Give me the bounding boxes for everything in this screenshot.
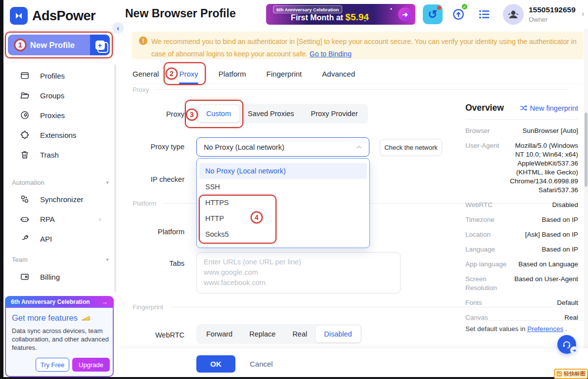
- annotation-step-4: 4: [251, 211, 263, 223]
- tab-advanced[interactable]: Advanced: [322, 64, 355, 84]
- support-arrow-icon[interactable]: ➜: [570, 346, 578, 354]
- sidebar-section-team[interactable]: Team ▾: [12, 256, 109, 263]
- automation-menu: Synchronizer RPA › API: [0, 189, 115, 249]
- list-menu-icon[interactable]: [474, 4, 494, 24]
- sidebar-item-label: Groups: [40, 91, 64, 100]
- sidebar-scrollbar[interactable]: [114, 64, 116, 293]
- banner-arrow-icon[interactable]: ➜: [398, 7, 412, 21]
- sidebar-item-synchronizer[interactable]: Synchronizer: [0, 189, 115, 209]
- tab-platform[interactable]: Platform: [219, 64, 246, 84]
- image-icon: [556, 371, 562, 377]
- dropdown-option-no-proxy[interactable]: No Proxy (Local network): [199, 163, 367, 179]
- cheese-emoji-icon: [81, 314, 90, 322]
- page-scrollbar-thumb[interactable]: [585, 113, 588, 187]
- annotation-step-1: 1: [14, 39, 26, 51]
- account-chevron-icon[interactable]: ›: [582, 9, 585, 19]
- webrtc-field-label: WebRTC: [134, 331, 184, 339]
- puzzle-icon: [20, 130, 30, 140]
- section-title: Platform: [133, 200, 156, 207]
- section-label: Team: [12, 256, 28, 263]
- sidebar-item-profiles[interactable]: Profiles: [0, 66, 115, 85]
- sidebar-item-label: Profiles: [40, 72, 65, 80]
- window-edge-bottom: [0, 377, 588, 379]
- account-id: 15505192659: [529, 5, 576, 14]
- section-title: Proxy: [133, 86, 149, 93]
- security-notice: ! We recommend you to bind an authentica…: [132, 32, 584, 59]
- proxy-type-dropdown: No Proxy (Local network) SSH HTTPS HTTP …: [196, 158, 370, 248]
- sidebar-item-extensions[interactable]: Extensions: [0, 125, 115, 145]
- sidebar-section-automation[interactable]: Automation ▾: [12, 179, 109, 186]
- proxy-type-label: Proxy type: [134, 143, 184, 151]
- proxy-type-select[interactable]: No Proxy (Local network): [196, 137, 369, 157]
- ip-checker-label: IP checker: [134, 175, 184, 183]
- proxy-mode-custom[interactable]: Custom: [198, 105, 239, 122]
- overview-row: FontsDefault: [465, 298, 578, 307]
- promo-body: Data sync across devices, team collabora…: [12, 327, 110, 352]
- webrtc-replace[interactable]: Replace: [241, 326, 284, 342]
- sidebar-item-trash[interactable]: Trash: [0, 145, 115, 165]
- sidebar-item-label: Extensions: [40, 131, 76, 139]
- tab-proxy[interactable]: Proxy: [179, 64, 198, 84]
- proxy-mode-saved[interactable]: Saved Proxies: [239, 105, 303, 122]
- page-scrollbar-track[interactable]: [584, 29, 588, 379]
- dropdown-option-http[interactable]: HTTP: [199, 211, 367, 226]
- sidebar-item-api[interactable]: API: [0, 229, 115, 249]
- sidebar-item-label: Synchronizer: [40, 195, 84, 204]
- folder-icon: [20, 90, 30, 100]
- anniversary-banner[interactable]: 6th Anniversary Celebration First Month …: [266, 4, 415, 25]
- banner-text: First Month at: [291, 13, 343, 22]
- synchronizer-icon: [20, 194, 30, 204]
- platform-field-label: Platform: [134, 228, 184, 236]
- account-info[interactable]: 15505192659 Owner: [529, 5, 576, 23]
- proxy-type-value: No Proxy (Local network): [204, 143, 284, 151]
- webrtc-disabled[interactable]: Disabled: [316, 326, 360, 342]
- ok-button[interactable]: OK: [196, 355, 235, 373]
- sidebar-menu: Profiles Groups Proxies Extensions Trash: [0, 66, 115, 165]
- section-title: Fingerprint: [133, 303, 163, 311]
- trash-icon: [20, 150, 30, 160]
- quick-launch-icon[interactable]: ↺: [423, 4, 443, 24]
- overview-row: Screen ResolutionBased on User-Agent: [465, 275, 578, 293]
- sidebar-item-rpa[interactable]: RPA ›: [0, 209, 115, 229]
- check-network-button[interactable]: Check the network: [380, 139, 442, 156]
- new-fingerprint-link[interactable]: New fingerprint: [520, 104, 578, 112]
- try-free-button[interactable]: Try Free: [36, 358, 69, 372]
- overview-row: LanguageBased on IP: [465, 245, 578, 254]
- user-avatar[interactable]: [503, 4, 524, 25]
- sidebar-item-label: Proxies: [40, 111, 65, 120]
- promo-banner[interactable]: 6th Anniversary Celebration →: [5, 296, 114, 307]
- chevron-up-icon: [356, 145, 362, 149]
- cancel-button[interactable]: Cancel: [250, 355, 273, 373]
- tab-fingerprint[interactable]: Fingerprint: [267, 64, 302, 84]
- webrtc-real[interactable]: Real: [284, 326, 316, 342]
- dropdown-option-https[interactable]: HTTPS: [199, 195, 367, 211]
- tab-general[interactable]: General: [133, 64, 159, 84]
- sync-icon[interactable]: ✓: [449, 4, 468, 24]
- account-role: Owner: [529, 16, 576, 23]
- annotation-step-2: 2: [166, 68, 178, 80]
- overview-row: Location[Ask] Based on IP: [465, 230, 578, 239]
- preferences-link[interactable]: Preferences: [527, 325, 563, 333]
- upgrade-button[interactable]: Upgrade: [72, 358, 110, 372]
- sidebar-item-proxies[interactable]: Proxies: [0, 105, 115, 125]
- overview-row: User-AgentMozilla/5.0 (Windows NT 10.0; …: [465, 141, 578, 195]
- dropdown-option-socks5[interactable]: Socks5: [199, 226, 367, 242]
- webrtc-switch: Forward Replace Real Disabled: [196, 324, 362, 344]
- warning-icon: !: [139, 37, 147, 45]
- webrtc-forward[interactable]: Forward: [198, 326, 241, 342]
- add-profile-icon: +: [90, 35, 110, 55]
- dropdown-option-ssh[interactable]: SSH: [199, 179, 367, 195]
- proxy-mode-provider[interactable]: Proxy Provider: [302, 105, 366, 122]
- chevron-down-icon: ▾: [106, 179, 109, 186]
- section-proxy: Proxy: [133, 86, 568, 93]
- sidebar-item-groups[interactable]: Groups: [0, 85, 115, 105]
- collapse-sidebar-button[interactable]: ‹: [112, 22, 124, 34]
- sidebar-item-billing[interactable]: Billing: [0, 267, 115, 287]
- collapse-promo-icon[interactable]: →: [102, 298, 108, 305]
- promo-card: Get more features Data sync across devic…: [5, 307, 114, 377]
- shuffle-icon: [520, 105, 527, 111]
- go-to-binding-link[interactable]: Go to Binding: [310, 50, 352, 58]
- brand[interactable]: AdsPower: [10, 7, 95, 25]
- tabs-url-input[interactable]: [196, 252, 401, 294]
- adspower-logo-icon: [10, 7, 28, 25]
